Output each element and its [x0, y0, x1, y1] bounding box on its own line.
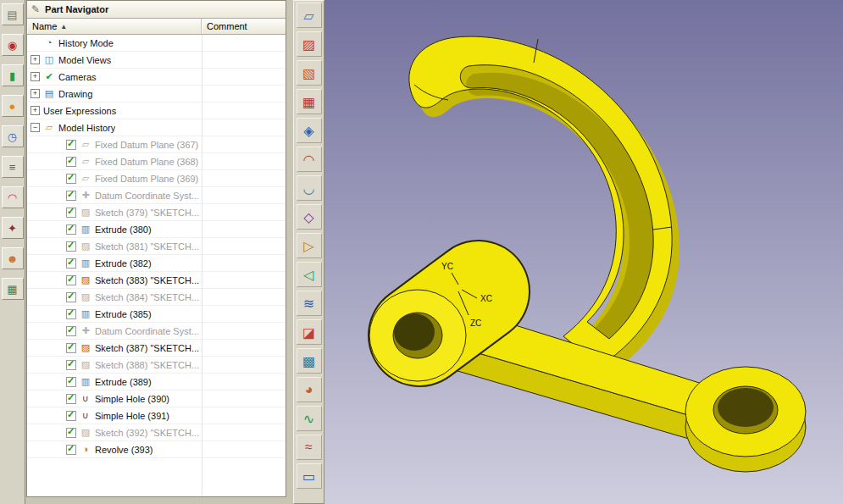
tree-item[interactable]: ✓✚Datum Coordinate Syst...: [27, 323, 286, 340]
column-header-name[interactable]: Name ▲: [27, 19, 202, 34]
graphics-window[interactable]: YC XC ZC: [324, 0, 843, 504]
feature-checkbox[interactable]: ✓: [66, 309, 76, 319]
tree-item[interactable]: +✔Cameras: [27, 69, 286, 86]
soft-blend-icon[interactable]: ∿: [297, 406, 322, 431]
feature-checkbox[interactable]: ✓: [66, 394, 76, 404]
through-curves-icon[interactable]: ▧: [297, 60, 322, 86]
feature-checkbox[interactable]: ✓: [66, 360, 76, 370]
tabbed-panel-icon[interactable]: ▤: [2, 3, 24, 25]
palette-rainbow-icon[interactable]: ◠: [2, 186, 24, 208]
tools-icon[interactable]: ✦: [2, 217, 24, 239]
tree-item[interactable]: ✓▱Fixed Datum Plane (368): [27, 153, 286, 170]
cameras-icon: ✔: [43, 72, 55, 81]
feature-checkbox[interactable]: ✓: [66, 258, 76, 269]
styled-blend-icon[interactable]: ≈: [297, 435, 322, 460]
feature-checkbox[interactable]: ✓: [66, 326, 76, 336]
tree-item[interactable]: ✓▨Sketch (379) "SKETCH...: [27, 204, 286, 221]
global-shaping-icon[interactable]: ▭: [297, 463, 322, 489]
trimmed-sheet-icon[interactable]: ◪: [297, 319, 322, 345]
tree-item[interactable]: ✓▥Extrude (382): [27, 255, 286, 272]
tree-item[interactable]: ✓▥Extrude (385): [27, 306, 286, 323]
sketch-icon: ▨: [80, 343, 92, 352]
tree-item[interactable]: +User Expressions: [27, 102, 286, 119]
tree-item[interactable]: ✓▨Sketch (381) "SKETCH...: [27, 238, 286, 255]
n-sided-surface-icon[interactable]: ◇: [297, 204, 322, 230]
offset-surface-icon[interactable]: ≋: [297, 291, 322, 316]
ruled-surface-icon[interactable]: ▨: [297, 31, 322, 57]
viewport-3d[interactable]: YC XC ZC: [324, 0, 843, 504]
feature-checkbox[interactable]: ✓: [66, 377, 76, 387]
feature-checkbox[interactable]: ✓: [66, 445, 76, 455]
law-extension-icon[interactable]: ◁: [297, 262, 322, 287]
feature-checkbox[interactable]: ✓: [66, 428, 76, 438]
face-blend-icon[interactable]: ◕: [297, 377, 322, 402]
law-extension-icon: ◁: [303, 267, 313, 283]
bounded-plane-icon[interactable]: ▱: [297, 3, 322, 28]
feature-checkbox[interactable]: ✓: [66, 292, 76, 302]
tree-item-label: Datum Coordinate Syst...: [95, 191, 199, 201]
notes-icon[interactable]: ≡: [2, 156, 24, 178]
palette-rainbow-icon: ◠: [8, 191, 17, 204]
sphere-icon[interactable]: ●: [2, 95, 24, 117]
tree-item[interactable]: ✓▨Sketch (388) "SKETCH...: [27, 357, 286, 374]
swept-surface-icon[interactable]: ◠: [297, 147, 322, 172]
tree-item[interactable]: ✓▨Sketch (387) "SKETCH...: [27, 340, 286, 357]
feature-checkbox[interactable]: ✓: [66, 174, 76, 184]
feature-checkbox[interactable]: ✓: [66, 157, 76, 167]
check-icon: ✓: [67, 307, 75, 318]
through-curves-icon: ▧: [302, 65, 315, 81]
fill-surface-icon[interactable]: ▩: [297, 348, 322, 374]
tree-item[interactable]: ✓▱Fixed Datum Plane (369): [27, 170, 286, 187]
through-curve-mesh-icon[interactable]: ▦: [297, 89, 322, 114]
feature-checkbox[interactable]: ✓: [66, 343, 76, 353]
extension-icon[interactable]: ▷: [297, 233, 322, 258]
gallery-icon[interactable]: ▦: [2, 278, 24, 300]
section-surface-icon[interactable]: ◡: [297, 175, 322, 201]
sketch-icon: ▨: [80, 428, 92, 437]
tree-item[interactable]: ✓∪Simple Hole (391): [27, 407, 286, 424]
tree-item[interactable]: ✓▨Sketch (383) "SKETCH...: [27, 272, 286, 289]
tree-item[interactable]: ✓∪Simple Hole (390): [27, 390, 286, 407]
feature-checkbox[interactable]: ✓: [66, 241, 76, 252]
tree-item-label: Extrude (380): [95, 224, 152, 235]
simple-hole-icon: ∪: [80, 394, 92, 403]
history-clock-icon[interactable]: ◷: [2, 125, 24, 147]
feature-checkbox[interactable]: ✓: [66, 191, 76, 201]
feature-checkbox[interactable]: ✓: [66, 224, 76, 235]
tree-item[interactable]: ✓▥Extrude (380): [27, 221, 286, 238]
column-header-comment[interactable]: Comment: [202, 19, 286, 34]
tree-item[interactable]: ✓▱Fixed Datum Plane (367): [27, 136, 286, 153]
expander-icon[interactable]: +: [31, 106, 40, 115]
tree-item[interactable]: ◔History Mode: [27, 35, 286, 52]
expander-icon[interactable]: −: [31, 123, 40, 132]
axis-label-yc: YC: [441, 262, 453, 271]
tree-item[interactable]: ✓▥Extrude (389): [27, 374, 286, 390]
resource-bar: ▤◉▮●◷≡◠✦☻▦: [0, 0, 25, 504]
tree-item[interactable]: −▱Model History: [27, 119, 286, 136]
folder-open-icon: ▱: [43, 123, 55, 132]
feature-checkbox[interactable]: ✓: [66, 208, 76, 218]
studio-surface-icon: ◈: [303, 123, 313, 139]
tree-item[interactable]: ✓▨Sketch (392) "SKETCH...: [27, 424, 286, 441]
feature-checkbox[interactable]: ✓: [66, 140, 76, 150]
history-mode-icon: ◔: [43, 38, 55, 47]
feature-checkbox[interactable]: ✓: [66, 411, 76, 421]
datum-plane-icon: ▱: [80, 140, 92, 149]
expander-icon[interactable]: +: [31, 72, 40, 81]
measurement-icon[interactable]: ◉: [2, 34, 24, 56]
expander-icon[interactable]: +: [31, 55, 40, 64]
tree-item[interactable]: ✓▨Sketch (384) "SKETCH...: [27, 289, 286, 306]
tree-item[interactable]: +◫Model Views: [27, 52, 286, 69]
thermometer-icon[interactable]: ▮: [2, 64, 24, 86]
tree-item[interactable]: +▤Drawing: [27, 86, 286, 102]
roles-icon[interactable]: ☻: [2, 247, 24, 269]
tree-item[interactable]: ✓◑Revolve (393): [27, 441, 286, 458]
gallery-icon: ▦: [7, 283, 17, 296]
feature-checkbox[interactable]: ✓: [66, 275, 76, 285]
global-shaping-icon: ▭: [302, 468, 315, 485]
tree-item[interactable]: ✓✚Datum Coordinate Syst...: [27, 187, 286, 204]
expander-icon[interactable]: +: [31, 89, 40, 98]
part-model[interactable]: [369, 36, 806, 472]
sketch-icon: ▨: [80, 360, 92, 369]
studio-surface-icon[interactable]: ◈: [297, 118, 322, 143]
